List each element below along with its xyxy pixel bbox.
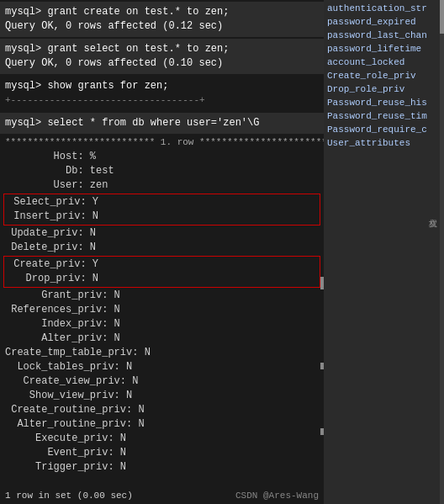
field-event-priv: Event_priv: N	[0, 446, 324, 460]
field-select-priv: Select_priv: Y	[8, 195, 316, 210]
highlight-group-1: Select_priv: Y Insert_priv: N	[3, 194, 320, 225]
field-insert-priv: Insert_priv: N	[8, 210, 316, 224]
watermark: CSDN @Ares-Wang	[235, 491, 319, 501]
right-panel-item-2: password_last_chan	[327, 29, 441, 42]
right-panel-item-7: Password_reuse_his	[327, 96, 441, 109]
field-drop-priv: Drop_priv: N	[8, 272, 316, 286]
field-show-view: Show_view_priv: N	[0, 389, 324, 403]
cmd-prompt-2: mysql> grant select on test.* to zen;	[5, 42, 319, 56]
field-lock-tables: Lock_tables_priv: N	[0, 360, 324, 374]
select-prompt: mysql> select * from db where user='zen'…	[5, 116, 319, 130]
cmd-prompt-1: mysql> grant create on test.* to zen;	[5, 5, 319, 19]
right-panel-item-1: password_expired	[327, 15, 441, 29]
cmd-block-2: mysql> grant select on test.* to zen; Qu…	[0, 39, 324, 74]
field-db: Db: test	[0, 164, 324, 178]
field-grant-priv: Grant_priv: N	[0, 289, 324, 303]
cmd-result-2: Query OK, 0 rows affected (0.10 sec)	[5, 56, 319, 71]
right-panel-list: authentication_strpassword_expiredpasswo…	[327, 2, 441, 150]
footer-text: 1 row in set (0.00 sec)	[5, 491, 133, 501]
middle-fields: Update_priv: N Delete_priv: N	[0, 226, 324, 255]
field-update-priv: Update_priv: N	[0, 226, 324, 241]
field-delete-priv: Delete_priv: N	[0, 241, 324, 255]
right-panel-item-10: User_attributes	[327, 136, 441, 150]
field-trigger-priv: Trigger_priv: N	[0, 460, 324, 475]
cmd-prompt-3: mysql> show grants for zen;	[5, 79, 319, 93]
field-execute-priv: Execute_priv: N	[0, 432, 324, 446]
right-scrollbar-thumb[interactable]	[440, 0, 444, 34]
field-alter-routine: Alter_routine_priv: N	[0, 417, 324, 432]
right-panel-item-6: Drop_role_priv	[327, 82, 441, 96]
field-create-priv: Create_priv: Y	[8, 257, 316, 272]
field-alter-priv: Alter_priv: N	[0, 332, 324, 346]
right-scrollbar[interactable]	[440, 0, 444, 504]
data-fields-top: Host: % Db: test User: zen	[0, 150, 324, 193]
select-block: mysql> select * from db where user='zen'…	[0, 113, 324, 134]
terminal-panel: mysql> grant create on test.* to zen; Qu…	[0, 0, 324, 504]
field-create-routine: Create_routine_priv: N	[0, 403, 324, 417]
field-user: User: zen	[0, 178, 324, 193]
field-host: Host: %	[0, 150, 324, 164]
cmd-block-3: mysql> show grants for zen; +-----------…	[0, 76, 324, 111]
highlight-group-2: Create_priv: Y Drop_priv: N	[3, 256, 320, 288]
divider: +----------------------------------+	[5, 93, 319, 108]
stars-line: *************************** 1. row *****…	[0, 135, 324, 150]
footer: 1 row in set (0.00 sec) CSDN @Ares-Wang	[0, 491, 324, 501]
right-panel: authentication_strpassword_expiredpasswo…	[324, 0, 444, 504]
right-panel-item-0: authentication_str	[327, 2, 441, 15]
right-panel-item-3: password_lifetime	[327, 42, 441, 56]
right-panel-item-4: account_locked	[327, 56, 441, 69]
cmd-result-1: Query OK, 0 rows affected (0.12 sec)	[5, 19, 319, 34]
right-panel-item-8: Password_reuse_tim	[327, 109, 441, 123]
field-index-priv: Index_priv: N	[0, 317, 324, 332]
bottom-fields: Grant_priv: N References_priv: N Index_p…	[0, 289, 324, 475]
field-create-tmp: Create_tmp_table_priv: N	[0, 346, 324, 360]
right-panel-item-9: Password_require_c	[327, 123, 441, 136]
field-references-priv: References_priv: N	[0, 303, 324, 317]
right-panel-item-5: Create_role_priv	[327, 69, 441, 82]
cmd-block-1: mysql> grant create on test.* to zen; Qu…	[0, 2, 324, 37]
field-create-view: Create_view_priv: N	[0, 374, 324, 389]
